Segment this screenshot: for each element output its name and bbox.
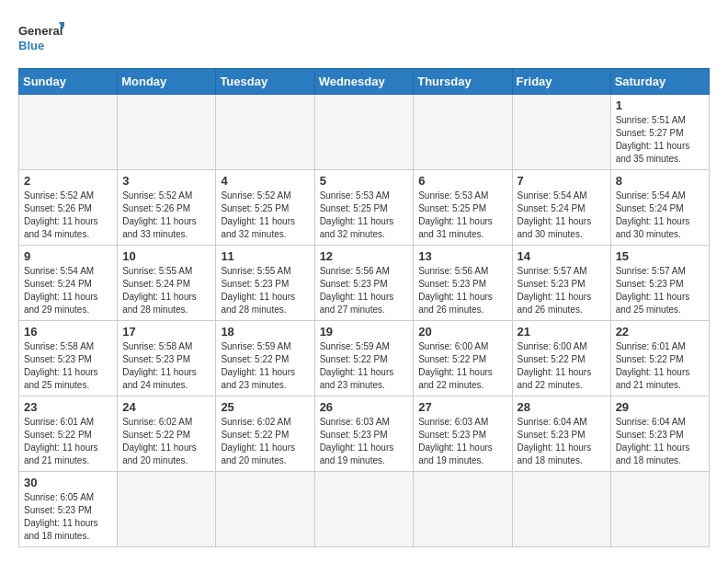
calendar-cell: 28Sunrise: 6:04 AM Sunset: 5:23 PM Dayli… xyxy=(512,396,610,472)
day-number: 21 xyxy=(518,325,606,339)
day-info: Sunrise: 6:02 AM Sunset: 5:22 PM Dayligh… xyxy=(122,416,210,467)
calendar-cell: 3Sunrise: 5:52 AM Sunset: 5:26 PM Daylig… xyxy=(118,170,216,246)
day-info: Sunrise: 5:54 AM Sunset: 5:24 PM Dayligh… xyxy=(24,265,112,316)
day-number: 3 xyxy=(122,174,210,188)
weekday-header: Monday xyxy=(118,69,216,95)
day-number: 29 xyxy=(616,400,704,414)
day-number: 10 xyxy=(122,249,210,263)
day-info: Sunrise: 6:01 AM Sunset: 5:22 PM Dayligh… xyxy=(616,340,704,392)
calendar-cell: 17Sunrise: 5:58 AM Sunset: 5:23 PM Dayli… xyxy=(118,321,216,396)
calendar-cell xyxy=(118,95,216,170)
calendar-cell: 14Sunrise: 5:57 AM Sunset: 5:23 PM Dayli… xyxy=(512,246,610,321)
calendar-cell: 10Sunrise: 5:55 AM Sunset: 5:24 PM Dayli… xyxy=(118,246,216,321)
calendar-cell xyxy=(512,95,610,170)
day-number: 26 xyxy=(320,400,409,414)
day-number: 28 xyxy=(518,400,606,414)
weekday-header: Friday xyxy=(512,69,610,95)
day-info: Sunrise: 6:04 AM Sunset: 5:23 PM Dayligh… xyxy=(616,416,704,467)
day-info: Sunrise: 6:05 AM Sunset: 5:23 PM Dayligh… xyxy=(24,491,112,543)
day-number: 30 xyxy=(24,476,112,489)
day-info: Sunrise: 5:54 AM Sunset: 5:24 PM Dayligh… xyxy=(518,190,606,241)
day-number: 20 xyxy=(418,325,506,339)
day-number: 13 xyxy=(418,249,506,263)
day-info: Sunrise: 5:52 AM Sunset: 5:25 PM Dayligh… xyxy=(221,190,309,241)
calendar-cell: 27Sunrise: 6:03 AM Sunset: 5:23 PM Dayli… xyxy=(414,396,512,472)
page-header: General Blue xyxy=(18,18,710,59)
calendar-cell: 18Sunrise: 5:59 AM Sunset: 5:22 PM Dayli… xyxy=(216,321,314,396)
calendar-table: SundayMondayTuesdayWednesdayThursdayFrid… xyxy=(18,68,710,547)
calendar-cell: 21Sunrise: 6:00 AM Sunset: 5:22 PM Dayli… xyxy=(512,321,610,396)
calendar-cell xyxy=(314,472,414,547)
calendar-cell: 2Sunrise: 5:52 AM Sunset: 5:26 PM Daylig… xyxy=(19,170,118,246)
day-info: Sunrise: 6:03 AM Sunset: 5:23 PM Dayligh… xyxy=(418,416,506,467)
calendar-week-row: 30Sunrise: 6:05 AM Sunset: 5:23 PM Dayli… xyxy=(19,472,710,547)
day-info: Sunrise: 5:56 AM Sunset: 5:23 PM Dayligh… xyxy=(418,265,506,316)
day-info: Sunrise: 5:53 AM Sunset: 5:25 PM Dayligh… xyxy=(320,190,409,241)
calendar-cell xyxy=(414,95,512,170)
day-info: Sunrise: 5:59 AM Sunset: 5:22 PM Dayligh… xyxy=(221,340,309,392)
day-info: Sunrise: 5:55 AM Sunset: 5:23 PM Dayligh… xyxy=(221,265,309,316)
calendar-cell: 8Sunrise: 5:54 AM Sunset: 5:24 PM Daylig… xyxy=(610,170,709,246)
logo: General Blue xyxy=(18,18,64,59)
day-number: 1 xyxy=(616,98,704,112)
weekday-header: Wednesday xyxy=(314,69,414,95)
calendar-cell xyxy=(414,472,512,547)
day-info: Sunrise: 5:57 AM Sunset: 5:23 PM Dayligh… xyxy=(518,265,606,316)
day-info: Sunrise: 5:52 AM Sunset: 5:26 PM Dayligh… xyxy=(24,190,112,241)
day-info: Sunrise: 5:59 AM Sunset: 5:22 PM Dayligh… xyxy=(320,340,409,392)
day-number: 18 xyxy=(221,325,309,339)
calendar-cell xyxy=(216,95,314,170)
calendar-cell: 19Sunrise: 5:59 AM Sunset: 5:22 PM Dayli… xyxy=(314,321,414,396)
day-info: Sunrise: 5:58 AM Sunset: 5:23 PM Dayligh… xyxy=(24,340,112,392)
day-info: Sunrise: 5:53 AM Sunset: 5:25 PM Dayligh… xyxy=(418,190,506,241)
day-info: Sunrise: 5:58 AM Sunset: 5:23 PM Dayligh… xyxy=(122,340,210,392)
calendar-cell: 20Sunrise: 6:00 AM Sunset: 5:22 PM Dayli… xyxy=(414,321,512,396)
day-number: 25 xyxy=(221,400,309,414)
calendar-cell: 7Sunrise: 5:54 AM Sunset: 5:24 PM Daylig… xyxy=(512,170,610,246)
calendar-cell: 25Sunrise: 6:02 AM Sunset: 5:22 PM Dayli… xyxy=(216,396,314,472)
day-number: 19 xyxy=(320,325,409,339)
calendar-cell: 26Sunrise: 6:03 AM Sunset: 5:23 PM Dayli… xyxy=(314,396,414,472)
day-info: Sunrise: 5:52 AM Sunset: 5:26 PM Dayligh… xyxy=(122,190,210,241)
svg-text:General: General xyxy=(18,24,63,38)
day-info: Sunrise: 5:51 AM Sunset: 5:27 PM Dayligh… xyxy=(616,114,704,166)
calendar-cell: 29Sunrise: 6:04 AM Sunset: 5:23 PM Dayli… xyxy=(610,396,709,472)
day-info: Sunrise: 6:03 AM Sunset: 5:23 PM Dayligh… xyxy=(320,416,409,467)
day-number: 15 xyxy=(616,249,704,263)
day-number: 6 xyxy=(418,174,506,188)
weekday-header: Tuesday xyxy=(216,69,314,95)
logo-svg: General Blue xyxy=(18,18,64,59)
day-number: 24 xyxy=(122,400,210,414)
day-info: Sunrise: 5:55 AM Sunset: 5:24 PM Dayligh… xyxy=(122,265,210,316)
calendar-cell: 15Sunrise: 5:57 AM Sunset: 5:23 PM Dayli… xyxy=(610,246,709,321)
day-number: 8 xyxy=(616,174,704,188)
calendar-cell xyxy=(314,95,414,170)
calendar-cell: 11Sunrise: 5:55 AM Sunset: 5:23 PM Dayli… xyxy=(216,246,314,321)
calendar-week-row: 16Sunrise: 5:58 AM Sunset: 5:23 PM Dayli… xyxy=(19,321,710,396)
calendar-cell: 30Sunrise: 6:05 AM Sunset: 5:23 PM Dayli… xyxy=(19,472,118,547)
day-info: Sunrise: 5:54 AM Sunset: 5:24 PM Dayligh… xyxy=(616,190,704,241)
svg-text:Blue: Blue xyxy=(18,39,44,52)
calendar-cell: 6Sunrise: 5:53 AM Sunset: 5:25 PM Daylig… xyxy=(414,170,512,246)
calendar-cell: 5Sunrise: 5:53 AM Sunset: 5:25 PM Daylig… xyxy=(314,170,414,246)
calendar-week-row: 9Sunrise: 5:54 AM Sunset: 5:24 PM Daylig… xyxy=(19,246,710,321)
day-number: 14 xyxy=(518,249,606,263)
weekday-header: Sunday xyxy=(19,69,118,95)
day-number: 27 xyxy=(418,400,506,414)
weekday-header: Saturday xyxy=(610,69,709,95)
day-number: 16 xyxy=(24,325,112,339)
calendar-cell xyxy=(216,472,314,547)
calendar-cell xyxy=(610,472,709,547)
day-number: 2 xyxy=(24,174,112,188)
calendar-week-row: 1Sunrise: 5:51 AM Sunset: 5:27 PM Daylig… xyxy=(19,95,710,170)
calendar-cell: 9Sunrise: 5:54 AM Sunset: 5:24 PM Daylig… xyxy=(19,246,118,321)
calendar-week-row: 2Sunrise: 5:52 AM Sunset: 5:26 PM Daylig… xyxy=(19,170,710,246)
weekday-header: Thursday xyxy=(414,69,512,95)
day-info: Sunrise: 6:01 AM Sunset: 5:22 PM Dayligh… xyxy=(24,416,112,467)
day-number: 23 xyxy=(24,400,112,414)
day-number: 9 xyxy=(24,249,112,263)
day-info: Sunrise: 6:00 AM Sunset: 5:22 PM Dayligh… xyxy=(418,340,506,392)
day-info: Sunrise: 5:57 AM Sunset: 5:23 PM Dayligh… xyxy=(616,265,704,316)
day-info: Sunrise: 6:00 AM Sunset: 5:22 PM Dayligh… xyxy=(518,340,606,392)
calendar-cell: 16Sunrise: 5:58 AM Sunset: 5:23 PM Dayli… xyxy=(19,321,118,396)
